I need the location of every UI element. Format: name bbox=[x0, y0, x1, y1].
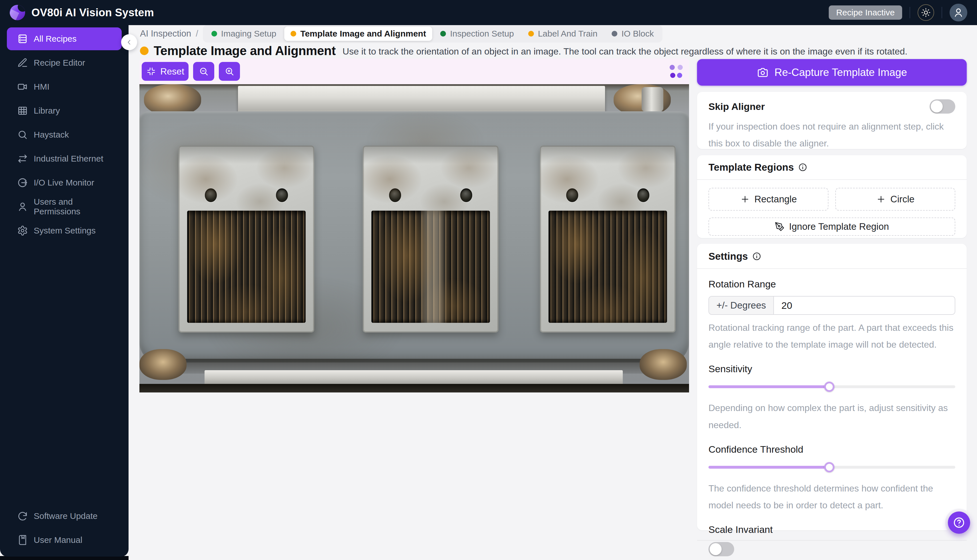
add-circle-region-button[interactable]: Circle bbox=[835, 188, 955, 211]
pencil-icon bbox=[17, 57, 28, 68]
reset-view-button[interactable]: Reset bbox=[142, 62, 189, 81]
zoom-in-button[interactable] bbox=[219, 62, 240, 81]
slider-thumb[interactable] bbox=[824, 462, 835, 472]
video-camera-icon bbox=[17, 81, 28, 92]
scale-invariant-toggle[interactable] bbox=[708, 542, 734, 556]
settings-title: Settings bbox=[708, 251, 748, 262]
info-icon[interactable] bbox=[752, 252, 761, 261]
rotation-range-help: Rotational tracking range of the part. A… bbox=[708, 319, 955, 353]
sidebar-item-label: Software Update bbox=[34, 511, 97, 521]
sidebar-item-label: Haystack bbox=[34, 130, 69, 140]
photo-screw-hole bbox=[637, 188, 649, 202]
sensitivity-slider[interactable] bbox=[708, 381, 955, 392]
sidebar-item-label: All Recipes bbox=[34, 34, 77, 44]
topbar-actions: Recipe Inactive bbox=[829, 4, 967, 22]
step-label: IO Block bbox=[621, 29, 654, 38]
slider-fill bbox=[708, 385, 829, 388]
step-status-dot bbox=[528, 31, 534, 37]
sidebar-item-label: HMI bbox=[34, 82, 49, 92]
sidebar-item-haystack[interactable]: Haystack bbox=[7, 123, 122, 146]
theme-toggle-button[interactable] bbox=[918, 4, 934, 21]
recapture-template-button[interactable]: Re-Capture Template Image bbox=[697, 59, 967, 86]
breadcrumb-separator: / bbox=[196, 28, 198, 39]
confidence-threshold-label: Confidence Threshold bbox=[708, 444, 955, 455]
sidebar-item-recipe-editor[interactable]: Recipe Editor bbox=[7, 52, 122, 74]
search-icon bbox=[17, 129, 28, 140]
sidebar-item-label: Library bbox=[34, 106, 60, 116]
panel-divider bbox=[697, 540, 967, 541]
sidebar-item-all-recipes[interactable]: All Recipes bbox=[7, 27, 122, 50]
sidebar-item-label: Users and Permissions bbox=[34, 197, 122, 217]
step-label: Label And Train bbox=[538, 29, 597, 38]
sidebar-item-label: User Manual bbox=[34, 535, 82, 545]
recipe-status-badge: Recipe Inactive bbox=[829, 5, 902, 20]
rotation-range-input[interactable] bbox=[774, 297, 955, 314]
add-rectangle-region-button[interactable]: Rectangle bbox=[708, 188, 828, 211]
info-icon[interactable] bbox=[798, 162, 808, 172]
pen-tool-icon bbox=[775, 222, 785, 232]
photo-screw-hole bbox=[566, 188, 578, 202]
scale-invariant-label: Scale Invariant bbox=[708, 524, 955, 535]
template-image-canvas[interactable] bbox=[139, 84, 689, 392]
zoom-out-icon bbox=[199, 66, 209, 77]
zoom-out-button[interactable] bbox=[193, 62, 214, 81]
step-imaging-setup[interactable]: Imaging Setup bbox=[205, 27, 283, 41]
photo-bolt bbox=[614, 84, 671, 116]
rotation-range-unit-prefix: +/- Degrees bbox=[709, 297, 774, 314]
ignore-template-region-label: Ignore Template Region bbox=[789, 221, 889, 232]
sidebar-item-io-live-monitor[interactable]: I/O Live Monitor bbox=[7, 171, 122, 194]
photo-bottom-rail bbox=[204, 370, 623, 386]
photo-screw-hole bbox=[460, 188, 472, 202]
step-status-dot bbox=[612, 31, 617, 37]
canvas-toolbar: Reset bbox=[139, 58, 689, 84]
breadcrumb-root[interactable]: AI Inspection bbox=[140, 28, 191, 39]
help-button[interactable] bbox=[948, 512, 970, 534]
rotation-range-input-group: +/- Degrees bbox=[708, 296, 955, 315]
zoom-in-icon bbox=[224, 66, 234, 77]
app-root: OV80i AI Vision System Recipe Inactive A… bbox=[0, 0, 977, 560]
sidebar-collapse-button[interactable] bbox=[121, 34, 137, 50]
sidebar-item-label: I/O Live Monitor bbox=[34, 178, 94, 188]
step-io-block[interactable]: IO Block bbox=[606, 27, 660, 41]
circle-label: Circle bbox=[890, 194, 914, 205]
slider-thumb[interactable] bbox=[824, 382, 835, 392]
confidence-threshold-slider[interactable] bbox=[708, 462, 955, 473]
step-status-dot bbox=[211, 31, 217, 37]
photo-foot-bolt bbox=[139, 349, 187, 380]
step-label: Template Image and Alignment bbox=[300, 29, 426, 38]
sidebar-item-software-update[interactable]: Software Update bbox=[7, 505, 122, 527]
circle-arrow-icon bbox=[17, 177, 28, 188]
step-inspection-setup[interactable]: Inspection Setup bbox=[434, 27, 520, 41]
sidebar-item-hmi[interactable]: HMI bbox=[7, 75, 122, 98]
skip-aligner-toggle[interactable] bbox=[930, 99, 955, 113]
page-title: Template Image and Alignment bbox=[154, 44, 336, 58]
step-template-image-alignment[interactable]: Template Image and Alignment bbox=[284, 27, 432, 41]
photo-foot-bolt bbox=[640, 349, 687, 380]
sidebar-item-label: System Settings bbox=[34, 226, 96, 235]
workflow-steps: Imaging Setup Template Image and Alignme… bbox=[203, 25, 662, 43]
sidebar-bottom-strip bbox=[0, 556, 129, 560]
skip-aligner-help: If your inspection does not require an a… bbox=[708, 118, 955, 152]
ignore-template-region-button[interactable]: Ignore Template Region bbox=[708, 217, 955, 236]
topbar-divider bbox=[910, 7, 910, 18]
rotation-range-label: Rotation Range bbox=[708, 278, 955, 290]
user-avatar[interactable] bbox=[950, 4, 967, 22]
toggle-knob bbox=[931, 100, 943, 112]
photo-fin-block bbox=[187, 211, 306, 323]
app-logo-icon bbox=[10, 5, 25, 20]
book-icon bbox=[17, 535, 28, 545]
question-icon bbox=[952, 516, 965, 529]
sidebar-item-users-permissions[interactable]: Users and Permissions bbox=[7, 195, 122, 218]
app-title: OV80i AI Vision System bbox=[32, 7, 154, 19]
step-label-and-train[interactable]: Label And Train bbox=[522, 27, 604, 41]
sidebar-item-user-manual[interactable]: User Manual bbox=[7, 528, 122, 552]
sidebar-item-industrial-ethernet[interactable]: Industrial Ethernet bbox=[7, 147, 122, 170]
sidebar-item-library[interactable]: Library bbox=[7, 99, 122, 122]
step-label: Inspection Setup bbox=[450, 29, 514, 38]
chevron-left-icon bbox=[125, 38, 133, 46]
reset-label: Reset bbox=[160, 66, 184, 77]
photo-part-module bbox=[363, 145, 499, 333]
page-subtitle: Use it to track the orientation of an ob… bbox=[343, 46, 907, 57]
sidebar-item-system-settings[interactable]: System Settings bbox=[7, 219, 122, 242]
divider bbox=[697, 179, 967, 180]
